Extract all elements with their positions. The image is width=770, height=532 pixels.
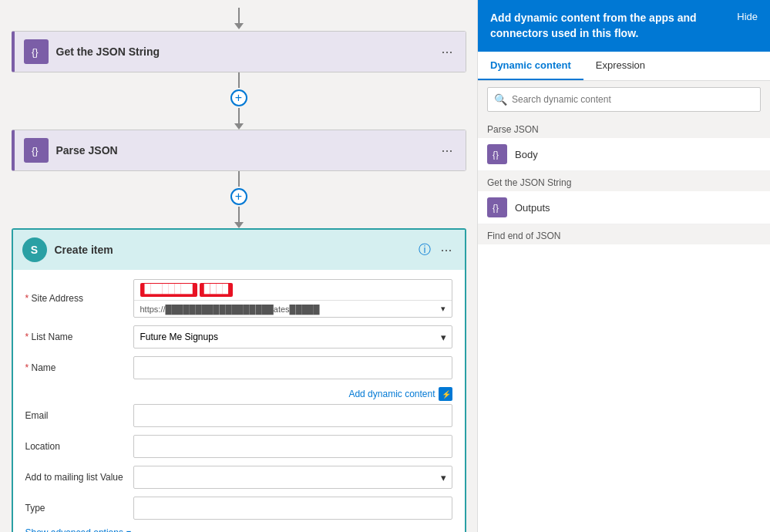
mailing-list-wrapper: ▾ [133,466,452,489]
svg-text:{}: {} [32,46,39,58]
info-icon[interactable]: ⓘ [419,242,431,258]
create-item-title: Create item [55,244,419,256]
outputs-item-icon: {} [487,197,507,217]
panel-item-body[interactable]: {} Body [478,138,770,171]
site-address-pills: ████████ ████ [134,280,452,300]
outputs-item-label: Outputs [515,202,550,214]
arrow3 [234,222,244,228]
body-item-label: Body [515,149,538,160]
dynamic-icon: ⚡ [439,387,452,401]
add-step-btn-1[interactable]: + [230,89,247,106]
create-card-body: Site Address ████████ ████ https://█████… [13,270,465,532]
create-item-icon: S [22,237,47,262]
email-row: Email [25,404,452,427]
chevron-down-icon: ▾ [126,527,131,532]
name-row: Name [25,356,452,379]
top-connector [234,8,244,29]
add-step-btn-2[interactable]: + [230,188,247,205]
step-more-parse-json[interactable]: ··· [438,143,456,159]
step-icon-parse-json: {} [24,138,49,163]
section-header-get-json: Get the JSON String [478,171,770,191]
step-more-get-json[interactable]: ··· [438,44,456,60]
name-input[interactable] [133,356,452,379]
step-card-parse-json: {} Parse JSON ··· [12,130,466,171]
line3 [238,171,240,187]
svg-text:⚡: ⚡ [442,389,450,399]
connector-1: + [230,72,247,130]
search-box: 🔍 [487,87,761,112]
site-address-row: Site Address ████████ ████ https://█████… [25,279,452,318]
arrow2 [234,123,244,130]
arrow-down [234,23,244,29]
svg-text:{}: {} [32,145,39,157]
create-item-more[interactable]: ··· [437,242,455,258]
step-card-header: {} Get the JSON String ··· [15,32,466,72]
show-advanced-label: Show advanced options [25,527,123,532]
panel-header: Add dynamic content from the apps and co… [478,0,770,52]
email-label: Email [25,410,133,421]
list-name-label: List Name [25,332,133,342]
type-label: Type [25,503,133,513]
site-address-url: https://██████████████████ates█████ ▾ [134,300,452,317]
panel-tabs: Dynamic content Expression [478,52,770,81]
svg-text:{}: {} [493,203,499,213]
step-title-get-json: Get the JSON String [56,45,439,58]
panel-search-area: 🔍 [478,81,770,118]
panel-item-outputs[interactable]: {} Outputs [478,191,770,224]
connector-line [238,8,240,23]
line4 [238,207,240,222]
line1 [238,72,240,88]
add-dynamic-label: Add dynamic content [348,389,435,399]
tab-expression[interactable]: Expression [583,52,657,80]
panel-hide-btn[interactable]: Hide [737,11,758,22]
panel-content: Parse JSON {} Body Get the JSON String {… [478,118,770,532]
type-row: Type [25,497,452,520]
search-input[interactable] [512,94,754,105]
search-icon: 🔍 [494,93,507,106]
line2 [238,108,240,123]
add-dynamic-btn[interactable]: Add dynamic content ⚡ [348,387,452,401]
list-name-select-wrapper: Future Me Signups ▾ [133,325,452,348]
step-icon-get-json: {} [24,39,49,64]
show-advanced-btn[interactable]: Show advanced options ▾ [25,527,131,532]
site-address-label: Site Address [25,293,133,304]
list-name-row: List Name Future Me Signups ▾ [25,325,452,348]
mailing-list-row: Add to mailing list Value ▾ [25,466,452,489]
redacted-pill-1: ████████ [140,283,197,297]
section-header-parse-json: Parse JSON [478,118,770,138]
section-header-find-end: Find end of JSON [478,224,770,244]
dynamic-content-panel: Add dynamic content from the apps and co… [477,0,770,532]
email-input[interactable] [133,404,452,427]
connector-2: + [230,171,247,228]
body-item-icon: {} [487,144,507,164]
site-address-chevron: ▾ [441,304,446,314]
tab-dynamic-content[interactable]: Dynamic content [478,52,583,80]
site-address-field[interactable]: ████████ ████ https://██████████████████… [133,279,452,318]
mailing-list-label: Add to mailing list Value [25,472,133,483]
create-item-card: S Create item ⓘ ··· Site Address ███████… [12,228,466,532]
step-card-get-json: {} Get the JSON String ··· [12,31,466,72]
name-label: Name [25,362,133,373]
step-card-header-parse: {} Parse JSON ··· [15,130,466,170]
add-dynamic-row: Add dynamic content ⚡ [25,387,452,401]
list-name-select[interactable]: Future Me Signups [133,325,452,348]
flow-area: {} Get the JSON String ··· + {} Parse JS… [0,0,477,532]
location-input[interactable] [133,435,452,458]
location-row: Location [25,435,452,458]
url-text: https://██████████████████ates█████ [140,305,320,314]
location-label: Location [25,441,133,452]
redacted-pill-2: ████ [200,283,233,297]
svg-text:{}: {} [493,150,499,160]
panel-header-text: Add dynamic content from the apps and co… [490,11,737,41]
step-title-parse-json: Parse JSON [56,144,439,157]
mailing-list-select[interactable] [133,466,452,489]
create-card-header: S Create item ⓘ ··· [13,230,465,270]
type-input[interactable] [133,497,452,520]
